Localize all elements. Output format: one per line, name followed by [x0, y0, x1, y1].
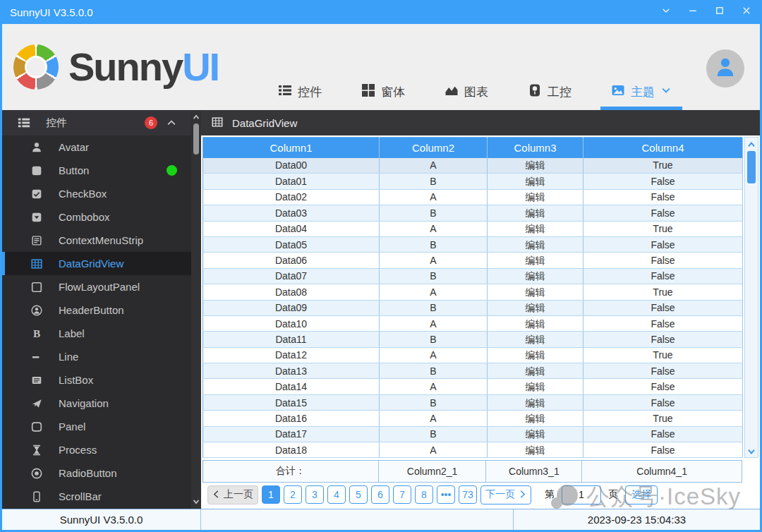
sidebar-item-listbox[interactable]: ListBox [2, 368, 201, 392]
sidebar-scrollbar[interactable] [191, 110, 201, 509]
table-row[interactable]: Data00A编辑True [203, 158, 743, 174]
table-cell: Data02 [203, 189, 380, 205]
sidebar-item-line[interactable]: Line [2, 345, 201, 368]
table-row[interactable]: Data12A编辑True [203, 347, 743, 363]
user-avatar[interactable] [706, 49, 744, 87]
sidebar: 控件 6 AvatarButtonCheckBoxComboboxContext… [2, 110, 201, 509]
table-row[interactable]: Data03B编辑False [203, 205, 743, 221]
sidebar-item-datagridview[interactable]: DataGridView [2, 252, 201, 275]
table-cell: B [380, 268, 488, 284]
table-cell: Data12 [203, 347, 380, 363]
page-jump-input[interactable] [562, 485, 601, 504]
line-icon [30, 351, 43, 363]
table-cell: 编辑 [488, 379, 583, 394]
table-cell: Data15 [203, 394, 380, 410]
notification-badge: 6 [145, 116, 157, 129]
table-row[interactable]: Data10A编辑False [203, 315, 743, 331]
table-cell: 编辑 [488, 442, 583, 458]
tab-windows[interactable]: 窗体 [351, 78, 416, 110]
table-row[interactable]: Data06A编辑False [203, 253, 743, 268]
next-page-button[interactable]: 下一页 [480, 485, 531, 504]
window-extend-button[interactable] [660, 6, 672, 18]
page-button-7[interactable]: 7 [393, 485, 411, 504]
prev-page-button[interactable]: 上一页 [207, 485, 258, 504]
window-maximize-button[interactable] [714, 6, 725, 18]
page-button-2[interactable]: 2 [284, 485, 302, 504]
scrollbar-thumb[interactable] [747, 151, 756, 183]
window-minimize-button[interactable] [687, 6, 698, 18]
page-button-8[interactable]: 8 [415, 485, 433, 504]
chevron-left-icon [212, 489, 220, 500]
datagrid-scroll-area: Column1Column2Column3Column4 Data00A编辑Tr… [202, 137, 760, 458]
sidebar-item-scrollbar[interactable]: ScrollBar [2, 485, 201, 508]
table-row[interactable]: Data14A编辑False [203, 379, 743, 394]
sidebar-item-headerbutton[interactable]: HeaderButton [2, 298, 201, 322]
sidebar-item-label[interactable]: BLabel [2, 322, 201, 345]
minimize-icon [688, 6, 698, 18]
table-cell: Data06 [203, 253, 380, 268]
table-row[interactable]: Data09B编辑False [203, 300, 743, 315]
app-logo: SunnyUI [13, 44, 219, 90]
sidebar-item-combobox[interactable]: Combobox [2, 205, 201, 229]
table-row[interactable]: Data17B编辑False [203, 426, 743, 442]
column-header[interactable]: Column2 [380, 138, 488, 158]
table-row[interactable]: Data15B编辑False [203, 394, 743, 410]
tab-chart[interactable]: 图表 [434, 78, 499, 110]
sidebar-item-flowlayoutpanel[interactable]: FlowLayoutPanel [2, 275, 201, 298]
table-cell: 编辑 [488, 236, 583, 252]
table-row[interactable]: Data18A编辑False [203, 442, 743, 458]
page-button-73[interactable]: 73 [459, 485, 477, 504]
column-header[interactable]: Column4 [583, 138, 743, 158]
sidebar-item-avatar[interactable]: Avatar [2, 135, 201, 159]
table-row[interactable]: Data07B编辑False [203, 268, 743, 284]
app-window: SunnyUI V3.5.0.0 SunnyUI 控件窗体图表工控主题 控件 6 [0, 0, 762, 532]
sidebar-item-panel[interactable]: Panel [2, 415, 201, 438]
sidebar-header[interactable]: 控件 6 [2, 110, 201, 135]
sidebar-item-radiobutton[interactable]: RadioButton [2, 461, 201, 485]
page-button-3[interactable]: 3 [306, 485, 324, 504]
sidebar-item-contextmenustrip[interactable]: ContextMenuStrip [2, 229, 201, 252]
tab-image[interactable]: 主题 [600, 78, 682, 110]
table-row[interactable]: Data01B编辑False [203, 174, 743, 189]
table-cell: A [380, 411, 488, 426]
table-cell: A [380, 315, 488, 331]
select-page-button[interactable]: 选择 [625, 485, 658, 504]
table-cell: True [583, 158, 743, 174]
table-scrollbar[interactable] [744, 137, 758, 458]
list-icon [18, 116, 30, 129]
table-cell: False [583, 315, 743, 331]
scroll-down-icon[interactable] [746, 446, 757, 456]
window-close-button[interactable] [741, 6, 752, 18]
table-row[interactable]: Data05B编辑False [203, 236, 743, 252]
table-row[interactable]: Data11B编辑False [203, 332, 743, 347]
page-button-4[interactable]: 4 [327, 485, 346, 504]
chevron-down-icon [661, 6, 671, 18]
table-cell: B [380, 426, 488, 442]
page-button-5[interactable]: 5 [349, 485, 368, 504]
table-row[interactable]: Data13B编辑False [203, 363, 743, 379]
table-row[interactable]: Data16A编辑True [203, 411, 743, 426]
sidebar-item-checkbox[interactable]: CheckBox [2, 182, 201, 205]
table-row[interactable]: Data08A编辑True [203, 284, 743, 300]
scroll-down-icon[interactable] [191, 497, 201, 507]
table-cell: B [380, 300, 488, 315]
close-icon [742, 6, 751, 18]
table-row[interactable]: Data04A编辑True [203, 221, 743, 236]
summary-cell: Column2_1 [379, 461, 487, 482]
sidebar-item-navigation[interactable]: Navigation [2, 392, 201, 415]
column-header[interactable]: Column1 [203, 138, 380, 158]
table-cell: Data18 [203, 442, 380, 458]
page-ellipsis-button[interactable]: ••• [437, 485, 455, 504]
scrollbar-thumb[interactable] [193, 123, 199, 155]
sidebar-item-process[interactable]: Process [2, 438, 201, 461]
table-row[interactable]: Data02A编辑False [203, 189, 743, 205]
page-button-6[interactable]: 6 [371, 485, 389, 504]
collapse-chevron-up-icon[interactable] [166, 117, 177, 128]
scroll-up-icon[interactable] [191, 112, 201, 122]
column-header[interactable]: Column3 [488, 138, 583, 158]
page-button-1[interactable]: 1 [262, 485, 280, 504]
sidebar-item-button[interactable]: Button [2, 159, 201, 182]
scroll-up-icon[interactable] [746, 139, 757, 149]
tab-list[interactable]: 控件 [267, 78, 332, 110]
tab-gauge[interactable]: 工控 [517, 78, 582, 110]
